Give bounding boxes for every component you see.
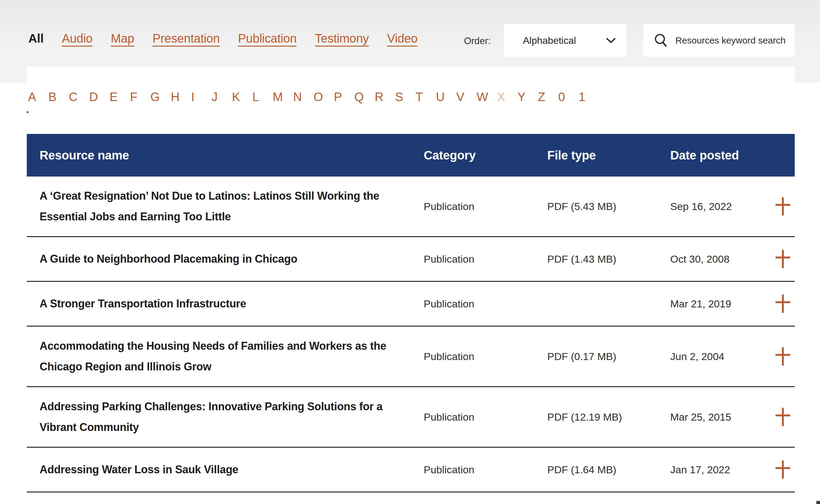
column-header-date-posted: Date posted [670, 149, 771, 162]
alphabet-letter-t[interactable]: T [415, 90, 436, 104]
plus-icon [775, 460, 790, 479]
alphabet-letter-a[interactable]: A [28, 90, 48, 104]
alphabet-letter-u[interactable]: U [436, 90, 456, 104]
table-row: A ‘Great Resignation’ Not Due to Latinos… [27, 177, 795, 237]
expand-row-button[interactable] [771, 460, 795, 479]
filter-link-testimony[interactable]: Testimony [315, 32, 369, 45]
alphabet-letter-1[interactable]: 1 [579, 90, 599, 104]
date-posted-cell: Jan 17, 2022 [670, 464, 771, 476]
alphabet-letter-0[interactable]: 0 [558, 90, 579, 104]
alphabet-letter-p[interactable]: P [334, 90, 354, 104]
search-input[interactable] [668, 35, 795, 46]
expand-row-button[interactable] [771, 197, 795, 216]
file-type-cell: PDF (5.43 MB) [547, 201, 670, 212]
category-cell: Publication [424, 351, 547, 362]
date-posted-cell: Mar 21, 2019 [670, 298, 771, 310]
table-row: Addressing Water Loss in Sauk Village Pu… [27, 448, 795, 492]
order-select[interactable]: Alphabetical [504, 24, 626, 57]
category-cell: Publication [424, 411, 547, 423]
alphabet-letter-y[interactable]: Y [517, 90, 538, 104]
alphabet-letter-v[interactable]: V [456, 90, 477, 104]
resource-name-link[interactable]: Addressing Parking Challenges: Innovativ… [27, 396, 387, 438]
table-row: Accommodating the Housing Needs of Famil… [27, 327, 795, 387]
order-select-wrap: Alphabetical [504, 24, 626, 57]
order-label: Order: [426, 36, 491, 47]
plus-icon [775, 347, 790, 366]
alphabet-letter-k[interactable]: K [232, 90, 252, 104]
filter-link-presentation[interactable]: Presentation [152, 32, 220, 45]
filter-link-audio[interactable]: Audio [62, 32, 93, 45]
table-row: A Guide to Neighborhood Placemaking in C… [27, 237, 795, 282]
alphabet-letter-i[interactable]: I [191, 90, 212, 104]
alphabet-letter-z[interactable]: Z [538, 90, 558, 104]
alphabet-letter-n[interactable]: N [293, 90, 314, 104]
alphabet-letter-c[interactable]: C [69, 90, 89, 104]
filter-link-video[interactable]: Video [387, 32, 418, 45]
file-type-cell: PDF (1.43 MB) [547, 253, 670, 265]
alphabet-letter-q[interactable]: Q [354, 90, 375, 104]
column-header-resource-name: Resource name [27, 149, 424, 162]
alphabet-letter-o[interactable]: O [314, 90, 334, 104]
file-type-cell: PDF (12.19 MB) [547, 411, 670, 423]
alphabet-letter-g[interactable]: G [150, 90, 171, 104]
resources-table: Resource name Category File type Date po… [27, 134, 795, 492]
date-posted-cell: Jun 2, 2004 [670, 351, 771, 362]
filter-link-publication[interactable]: Publication [238, 32, 296, 45]
expand-row-button[interactable] [771, 407, 795, 427]
file-type-cell: PDF (0.17 MB) [547, 351, 670, 362]
search-icon [654, 33, 668, 48]
alphabet-letter-r[interactable]: R [375, 90, 395, 104]
filter-link-map[interactable]: Map [111, 32, 134, 45]
date-posted-cell: Sep 16, 2022 [670, 201, 771, 212]
alphabet-letter-w[interactable]: W [477, 90, 497, 104]
column-header-file-type: File type [547, 149, 670, 162]
alphabet-filter: ABCDEFGHIJKLMNOPQRSTUVWXYZ01 [28, 90, 599, 104]
resource-type-filter-nav: AllAudioMapPresentationPublicationTestim… [28, 32, 418, 45]
resource-name-link[interactable]: A ‘Great Resignation’ Not Due to Latinos… [27, 186, 387, 227]
filter-link-all[interactable]: All [28, 32, 44, 45]
alphabet-letter-j[interactable]: J [212, 90, 232, 104]
table-header-row: Resource name Category File type Date po… [27, 134, 795, 177]
resource-name-link[interactable]: A Stronger Transportation Infrastructure [27, 293, 387, 314]
category-cell: Publication [424, 464, 547, 476]
plus-icon [775, 407, 790, 427]
plus-icon [775, 249, 790, 269]
alphabet-letter-d[interactable]: D [89, 90, 110, 104]
bottom-corner-element [816, 501, 820, 504]
alphabet-letter-f[interactable]: F [130, 90, 150, 104]
resource-name-link[interactable]: Addressing Water Loss in Sauk Village [27, 459, 387, 480]
category-cell: Publication [424, 298, 547, 310]
date-posted-cell: Mar 25, 2015 [670, 411, 771, 423]
alphabet-letter-s[interactable]: S [395, 90, 415, 104]
resource-name-link[interactable]: A Guide to Neighborhood Placemaking in C… [27, 249, 387, 269]
expand-row-button[interactable] [771, 294, 795, 313]
active-letter-marker [27, 111, 28, 113]
expand-row-button[interactable] [771, 249, 795, 269]
alphabet-letter-x: X [497, 90, 517, 104]
search-box [643, 24, 795, 57]
expand-row-button[interactable] [771, 347, 795, 366]
content-card: ABCDEFGHIJKLMNOPQRSTUVWXYZ01 Resource na… [27, 66, 795, 504]
alphabet-letter-e[interactable]: E [110, 90, 130, 104]
column-header-category: Category [424, 149, 547, 162]
plus-icon [775, 294, 790, 313]
alphabet-letter-b[interactable]: B [48, 90, 69, 104]
table-row: Addressing Parking Challenges: Innovativ… [27, 387, 795, 448]
alphabet-letter-l[interactable]: L [252, 90, 273, 104]
resource-name-link[interactable]: Accommodating the Housing Needs of Famil… [27, 336, 387, 377]
alphabet-letter-m[interactable]: M [273, 90, 293, 104]
file-type-cell: PDF (1.64 MB) [547, 464, 670, 476]
alphabet-letter-h[interactable]: H [171, 90, 191, 104]
table-row: A Stronger Transportation Infrastructure… [27, 282, 795, 327]
date-posted-cell: Oct 30, 2008 [670, 253, 771, 265]
category-cell: Publication [424, 201, 547, 212]
category-cell: Publication [424, 253, 547, 265]
plus-icon [775, 197, 790, 216]
